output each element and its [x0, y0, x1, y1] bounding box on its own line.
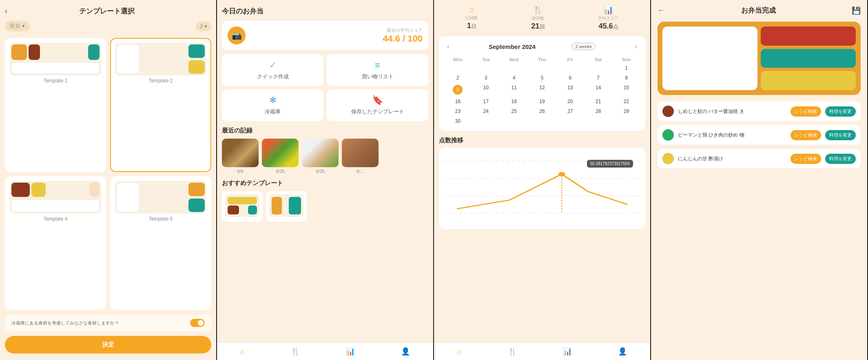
- cal-cell-6[interactable]: 6: [556, 73, 584, 83]
- cal-week-5: 23 24 25 26 27 28 29: [444, 106, 640, 116]
- ingredient-name-2: にんじんの甘 酢漬け: [678, 155, 786, 162]
- cal-cell-4[interactable]: 4: [500, 73, 528, 83]
- record-item-3[interactable]: 8/...: [342, 139, 379, 174]
- cal-cell[interactable]: [500, 63, 528, 73]
- cal-day-fri: Fri: [556, 56, 584, 63]
- bento-block: [11, 44, 27, 60]
- panel4-title: お弁当完成: [741, 6, 776, 15]
- stat-total-value: 21回: [531, 22, 545, 31]
- panel1-header: ‹ テンプレート選択: [0, 0, 216, 19]
- nav-profile[interactable]: 👤: [401, 347, 410, 356]
- bento-block: [117, 44, 139, 74]
- cal-cell-24[interactable]: 24: [472, 106, 500, 116]
- cal-cell-12[interactable]: 12: [528, 83, 556, 97]
- panel-today-bento: 今日のお弁当 📷 最近の平均スコア 44.6 / 100 ✓ クイック作成 ≡ …: [217, 0, 434, 360]
- action-saved-templates[interactable]: 🔖 保存したテンプレート: [327, 89, 428, 121]
- template-card-2[interactable]: Template 2: [110, 38, 211, 172]
- change-dish-button-0[interactable]: 料理を変更: [825, 106, 856, 117]
- stat-total-label: 総回数: [532, 15, 544, 21]
- recommend-card-2[interactable]: [266, 191, 307, 222]
- cal-cell[interactable]: [556, 63, 584, 73]
- record-item-2[interactable]: 8/25: [302, 139, 339, 174]
- cal-cell-17[interactable]: 17: [472, 97, 500, 106]
- cal-weeks-button[interactable]: 2 weeks: [572, 43, 596, 50]
- cal-cell-13[interactable]: 13: [556, 83, 584, 97]
- cal-day-thu: Thu: [528, 56, 556, 63]
- cal-next-button[interactable]: ›: [632, 41, 640, 52]
- cal-week-1: 1: [444, 63, 640, 73]
- cal-prev-button[interactable]: ‹: [444, 41, 452, 52]
- select-button[interactable]: 決定: [5, 336, 211, 353]
- cal-cell-23[interactable]: 23: [444, 106, 472, 116]
- back-button[interactable]: ‹: [5, 7, 7, 15]
- cal-cell-20[interactable]: 20: [556, 97, 584, 106]
- record-date-0: 9/9: [222, 169, 259, 174]
- cal-cell-1[interactable]: 1: [612, 63, 640, 73]
- fridge-toggle-row: 冷蔵庫にある食材を考慮してみなさな食材しますか？: [5, 315, 211, 331]
- template-card-5[interactable]: Template 5: [110, 176, 211, 310]
- change-dish-button-2[interactable]: 料理を変更: [825, 154, 856, 164]
- cal-cell[interactable]: [472, 63, 500, 73]
- sort-button[interactable]: 2 ▾: [196, 22, 211, 31]
- recipe-search-button-2[interactable]: レシピ検索: [790, 154, 821, 164]
- cal-cell-3[interactable]: 3: [472, 73, 500, 83]
- cal-cell-today[interactable]: 9: [453, 85, 463, 95]
- cal-cell-18[interactable]: 18: [500, 97, 528, 106]
- recipe-search-button-0[interactable]: レシピ検索: [790, 106, 821, 117]
- cal-cell-26[interactable]: 26: [528, 106, 556, 116]
- cal-cell[interactable]: [528, 63, 556, 73]
- cal-cell-21[interactable]: 21: [584, 97, 612, 106]
- cal-cell-today-wrapper[interactable]: 9: [444, 83, 472, 97]
- nav-home[interactable]: ⌂: [240, 347, 245, 356]
- change-dish-button-1[interactable]: 料理を変更: [825, 130, 856, 140]
- cal-cell-30[interactable]: 30: [444, 116, 472, 126]
- cal-cell-10[interactable]: 10: [472, 83, 500, 97]
- template-card-1[interactable]: Template 1: [5, 38, 106, 172]
- cal-cell[interactable]: [584, 63, 612, 73]
- cal-cell-15[interactable]: 15: [612, 83, 640, 97]
- action-fridge[interactable]: ❄ 冷蔵庫: [222, 89, 323, 121]
- cal-cell-7[interactable]: 7: [584, 73, 612, 83]
- stat-total: 🍴 総回数 21回: [531, 5, 545, 31]
- fridge-toggle-switch[interactable]: [190, 319, 205, 327]
- chart-container: 50.381792373017504: [439, 148, 645, 229]
- save-button-p4[interactable]: 💾: [852, 6, 861, 15]
- record-item-0[interactable]: 9/9: [222, 139, 259, 174]
- cal-cell-2[interactable]: 2: [444, 73, 472, 83]
- back-button-p4[interactable]: ←: [658, 6, 665, 15]
- cal-day-sun: Sun: [612, 56, 640, 63]
- cal-month-label: September 2024: [489, 43, 536, 50]
- action-shopping-list[interactable]: ≡ 買い物リスト: [327, 54, 428, 86]
- cal-cell-14[interactable]: 14: [584, 83, 612, 97]
- template-card-4[interactable]: Template 4: [5, 176, 106, 310]
- cal-cell-empty: [500, 116, 528, 126]
- cal-cell-22[interactable]: 22: [612, 97, 640, 106]
- filter-button[interactable]: 区分 ▾: [5, 21, 30, 31]
- nav-stats-p3[interactable]: 📊: [563, 347, 572, 356]
- cal-cell-11[interactable]: 11: [500, 83, 528, 97]
- recipe-search-button-1[interactable]: レシピ検索: [790, 130, 821, 140]
- nav-profile-p3[interactable]: 👤: [618, 347, 627, 356]
- camera-button[interactable]: 📷: [228, 27, 246, 44]
- ingredient-dot-2: [662, 153, 674, 164]
- cal-cell[interactable]: [444, 63, 472, 73]
- nav-stats[interactable]: 📊: [346, 347, 355, 356]
- cal-cell-16[interactable]: 16: [444, 97, 472, 106]
- cal-cell-5[interactable]: 5: [528, 73, 556, 83]
- cal-cell-28[interactable]: 28: [584, 106, 612, 116]
- cal-cell-29[interactable]: 29: [612, 106, 640, 116]
- quick-create-icon: ✓: [269, 60, 277, 71]
- cal-cell-8[interactable]: 8: [612, 73, 640, 83]
- recommend-card-1[interactable]: [222, 191, 263, 222]
- nav-home-p3[interactable]: ⌂: [457, 347, 462, 356]
- nav-recipe-p3[interactable]: 🍴: [508, 347, 517, 356]
- nav-recipe[interactable]: 🍴: [291, 347, 300, 356]
- record-item-1[interactable]: 8/25: [262, 139, 299, 174]
- cal-cell-25[interactable]: 25: [500, 106, 528, 116]
- record-thumb-2: [302, 139, 339, 167]
- cal-week-2: 2 3 4 5 6 7 8: [444, 73, 640, 83]
- cal-cell-19[interactable]: 19: [528, 97, 556, 106]
- action-quick-create[interactable]: ✓ クイック作成: [222, 54, 323, 86]
- cal-day-wed: Wed: [500, 56, 528, 63]
- cal-cell-27[interactable]: 27: [556, 106, 584, 116]
